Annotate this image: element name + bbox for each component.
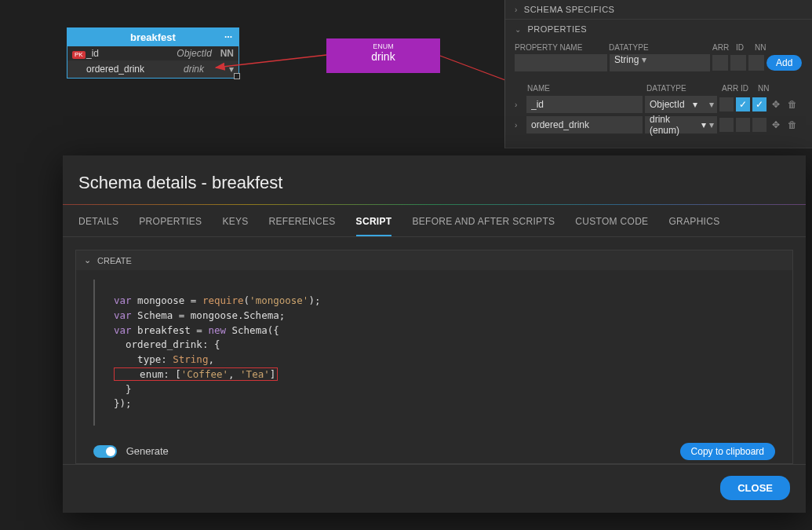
- header-arr: ARR: [722, 84, 741, 93]
- generate-label: Generate: [126, 445, 169, 457]
- property-row: › ObjectId▾ ✓ ✓ ✥ 🗑: [515, 96, 803, 113]
- tab-custom-code[interactable]: CUSTOM CODE: [575, 216, 648, 236]
- col-type: ObjectId: [165, 48, 212, 59]
- copy-to-clipboard-button[interactable]: Copy to clipboard: [680, 443, 775, 460]
- enum-label: ENUM: [326, 42, 440, 50]
- trash-icon[interactable]: 🗑: [785, 118, 799, 132]
- divider: [63, 204, 806, 205]
- arr-checkbox[interactable]: [719, 97, 734, 111]
- new-arr-checkbox[interactable]: [712, 55, 728, 71]
- tab-script[interactable]: SCRIPT: [356, 216, 392, 236]
- modal-tabs: DETAILS PROPERTIES KEYS REFERENCES SCRIP…: [63, 205, 806, 237]
- id-checkbox[interactable]: [736, 118, 750, 132]
- add-property-button[interactable]: Add: [766, 55, 802, 71]
- entity-title: breakfest: [130, 31, 176, 43]
- chevron-right-icon[interactable]: ›: [515, 101, 524, 109]
- new-property-datatype-select[interactable]: String: [610, 54, 710, 71]
- resize-handle-icon[interactable]: [234, 73, 240, 79]
- new-property-name-input[interactable]: [515, 54, 607, 71]
- header-datatype: DATATYPE: [646, 84, 722, 93]
- chevron-down-icon: ⌄: [515, 25, 522, 34]
- property-name-input[interactable]: [526, 96, 643, 113]
- new-id-checkbox[interactable]: [730, 55, 746, 71]
- chevron-down-icon: ▾: [693, 99, 697, 110]
- tab-before-after[interactable]: BEFORE AND AFTER SCRIPTS: [412, 216, 555, 236]
- enum-name: drink: [326, 50, 440, 63]
- create-header[interactable]: ⌄ CREATE: [76, 250, 792, 270]
- generate-toggle[interactable]: [93, 445, 117, 458]
- section-schema-specifics[interactable]: › SCHEMA SPECIFICS: [505, 0, 812, 19]
- generate-toggle-group: Generate: [93, 445, 169, 459]
- entity-column-row[interactable]: PK _id ObjectId NN: [67, 46, 239, 60]
- schema-details-modal: Schema details - breakfest DETAILS PROPE…: [63, 155, 806, 513]
- header-nn: NN: [755, 43, 774, 52]
- entity-breakfest[interactable]: breakfest ··· PK _id ObjectId NN ordered…: [67, 27, 239, 79]
- chevron-down-icon: ⌄: [84, 255, 91, 265]
- tab-references[interactable]: REFERENCES: [269, 216, 336, 236]
- col-name: _id: [86, 48, 165, 59]
- entity-menu-icon[interactable]: ···: [224, 31, 232, 42]
- chevron-right-icon: ›: [515, 5, 518, 14]
- entity-header[interactable]: breakfest ···: [67, 28, 239, 46]
- move-icon[interactable]: ✥: [769, 118, 783, 132]
- move-icon[interactable]: ✥: [769, 97, 783, 111]
- code-block[interactable]: var mongoose = require('mongoose'); var …: [93, 280, 775, 426]
- chevron-right-icon[interactable]: ›: [515, 121, 524, 130]
- id-checkbox[interactable]: ✓: [736, 97, 750, 111]
- enum-drink[interactable]: ENUM drink: [326, 38, 440, 73]
- header-property-name: PROPERTY NAME: [515, 43, 609, 52]
- col-name: ordered_drink: [86, 64, 157, 75]
- header-nn: NN: [758, 84, 775, 93]
- create-label: CREATE: [97, 256, 132, 265]
- col-nn: NN: [212, 48, 234, 59]
- section-label: PROPERTIES: [528, 24, 588, 34]
- property-datatype-select[interactable]: drink (enum)▾: [645, 116, 717, 133]
- create-section: ⌄ CREATE var mongoose = require('mongoos…: [75, 250, 793, 464]
- new-nn-checkbox[interactable]: [748, 55, 764, 71]
- tab-graphics[interactable]: GRAPHICS: [668, 216, 719, 236]
- arr-checkbox[interactable]: [719, 118, 734, 132]
- modal-title: Schema details - breakfest: [63, 155, 806, 204]
- section-properties[interactable]: ⌄ PROPERTIES: [505, 20, 812, 38]
- primary-key-icon: PK: [72, 48, 86, 59]
- header-arr: ARR: [712, 43, 736, 52]
- property-datatype-select[interactable]: ObjectId▾: [645, 96, 717, 113]
- section-label: SCHEMA SPECIFICS: [524, 5, 615, 14]
- chevron-down-icon: ▾: [701, 119, 706, 130]
- col-type: drink: [157, 64, 204, 75]
- property-row: › drink (enum)▾ ✥ 🗑: [515, 116, 803, 133]
- header-datatype: DATATYPE: [609, 43, 712, 52]
- properties-sidebar: › SCHEMA SPECIFICS ⌄ PROPERTIES PROPERTY…: [504, 0, 812, 148]
- tab-properties[interactable]: PROPERTIES: [139, 216, 202, 236]
- property-name-input[interactable]: [526, 116, 643, 133]
- nn-checkbox[interactable]: [752, 118, 766, 132]
- close-button[interactable]: CLOSE: [720, 476, 790, 500]
- entity-column-row[interactable]: ordered_drink drink: [67, 60, 239, 78]
- nn-checkbox[interactable]: ✓: [752, 97, 766, 111]
- trash-icon[interactable]: 🗑: [785, 97, 799, 111]
- tab-keys[interactable]: KEYS: [222, 216, 248, 236]
- header-id: ID: [741, 84, 758, 93]
- header-id: ID: [736, 43, 755, 52]
- tab-details[interactable]: DETAILS: [78, 216, 118, 236]
- header-name: NAME: [527, 84, 646, 93]
